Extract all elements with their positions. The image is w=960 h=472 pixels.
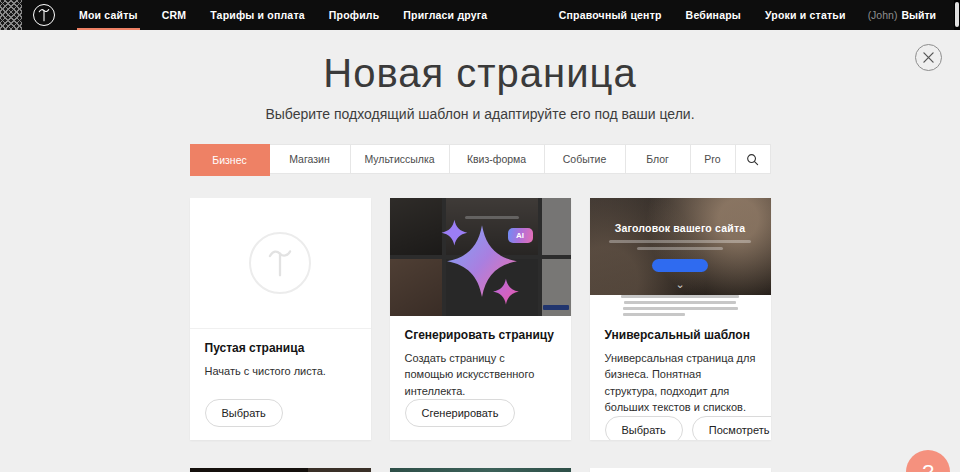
close-icon — [923, 52, 934, 63]
placeholder-line — [609, 240, 751, 243]
card-title: Пустая страница — [205, 341, 356, 355]
tab-blog[interactable]: Блог — [626, 145, 691, 173]
select-button[interactable]: Выбрать — [205, 399, 283, 427]
card-title: Универсальный шаблон — [605, 328, 756, 342]
placeholder-line — [621, 295, 739, 298]
nav-invite-friend[interactable]: Пригласи друга — [391, 0, 499, 30]
secondary-nav: Справочный центр Вебинары Уроки и статьи… — [547, 0, 960, 30]
card-actions: Выбрать Посмотреть — [605, 416, 756, 441]
card-description: Начать с чистого листа. — [205, 363, 356, 380]
card-body: Универсальный шаблон Универсальная стран… — [590, 316, 771, 441]
tilda-logo[interactable] — [22, 0, 67, 30]
ai-preview: AI — [390, 198, 571, 316]
tab-shop[interactable]: Магазин — [270, 145, 351, 173]
nav-lessons[interactable]: Уроки и статьи — [753, 0, 858, 30]
nav-profile[interactable]: Профиль — [317, 0, 392, 30]
nav-help-center[interactable]: Справочный центр — [547, 0, 674, 30]
tilda-glyph — [266, 246, 294, 280]
page-subtitle: Выберите подходящий шаблон и адаптируйте… — [0, 106, 960, 122]
card-ai-generate[interactable]: AI Сгенерировать страницу Создать страни… — [390, 198, 571, 440]
select-button[interactable]: Выбрать — [605, 416, 683, 441]
card-body: Пустая страница Начать с чистого листа. … — [190, 329, 371, 440]
search-tab[interactable] — [736, 145, 770, 173]
template-card-partial[interactable] — [190, 468, 371, 472]
page-scrollbar[interactable] — [954, 0, 960, 30]
tilda-logo-icon — [33, 4, 55, 26]
scrollbar-thumb[interactable] — [955, 2, 959, 27]
page-title: Новая страница — [0, 48, 960, 98]
tab-business[interactable]: Бизнес — [190, 144, 270, 176]
tilda-watermark-icon — [249, 232, 311, 294]
template-preview: Заголовок вашего сайта ⌄ — [590, 198, 771, 316]
card-blank-page[interactable]: Пустая страница Начать с чистого листа. … — [190, 198, 371, 440]
hero-heading: Заголовок вашего сайта — [615, 222, 746, 234]
placeholder-line — [624, 301, 736, 304]
preview-button[interactable]: Посмотреть — [692, 416, 771, 441]
blank-page-preview — [190, 198, 371, 329]
nav-tariffs[interactable]: Тарифы и оплата — [198, 0, 317, 30]
hero-cta-button — [652, 259, 708, 272]
tab-multilink[interactable]: Мультиссылка — [351, 145, 450, 173]
nav-crm[interactable]: CRM — [150, 0, 199, 30]
nav-my-sites[interactable]: Мои сайты — [67, 0, 150, 30]
tab-pro[interactable]: Pro — [691, 145, 736, 173]
modal-content: Бизнес Магазин Мультиссылка Квиз-форма С… — [190, 144, 771, 472]
main-nav: Мои сайты CRM Тарифы и оплата Профиль Пр… — [67, 0, 499, 30]
card-actions: Выбрать — [205, 399, 356, 427]
tab-event[interactable]: Событие — [545, 145, 626, 173]
decorative-pattern — [0, 0, 22, 30]
nav-webinars[interactable]: Вебинары — [674, 0, 753, 30]
chevron-down-icon: ⌄ — [675, 280, 684, 288]
new-page-modal: Новая страница Выберите подходящий шабло… — [0, 30, 960, 472]
card-description: Универсальная страница для бизнеса. Поня… — [605, 350, 756, 416]
generate-button[interactable]: Сгенерировать — [405, 399, 516, 427]
card-actions: Сгенерировать — [405, 399, 556, 427]
top-header: Мои сайты CRM Тарифы и оплата Профиль Пр… — [0, 0, 960, 30]
logout-label: Выйти — [901, 9, 936, 21]
card-universal-template[interactable]: Заголовок вашего сайта ⌄ — [590, 198, 771, 440]
template-hero: Заголовок вашего сайта ⌄ — [590, 198, 771, 295]
template-category-tabs: Бизнес Магазин Мультиссылка Квиз-форма С… — [190, 144, 771, 174]
hero-content: Заголовок вашего сайта ⌄ — [590, 198, 771, 295]
ai-badge: AI — [508, 228, 533, 243]
user-name: (John) — [868, 9, 898, 21]
card-body: Сгенерировать страницу Создать страницу … — [390, 316, 571, 441]
placeholder-line — [637, 247, 723, 250]
help-button[interactable]: ? — [906, 450, 950, 472]
card-title: Сгенерировать страницу — [405, 328, 556, 342]
tilda-glyph — [37, 7, 51, 23]
template-cards: Пустая страница Начать с чистого листа. … — [190, 198, 771, 440]
nav-logout[interactable]: (John) Выйти — [858, 0, 946, 30]
template-card-partial[interactable] — [390, 468, 571, 472]
tab-quiz-form[interactable]: Квиз-форма — [450, 145, 545, 173]
template-card-partial[interactable] — [590, 468, 771, 472]
close-button[interactable] — [915, 44, 942, 71]
card-description: Создать страницу с помощью искусственног… — [405, 350, 556, 400]
template-cards-next-row — [190, 468, 771, 472]
template-text-section — [590, 295, 771, 316]
search-icon — [746, 153, 759, 166]
placeholder-line — [623, 307, 738, 310]
